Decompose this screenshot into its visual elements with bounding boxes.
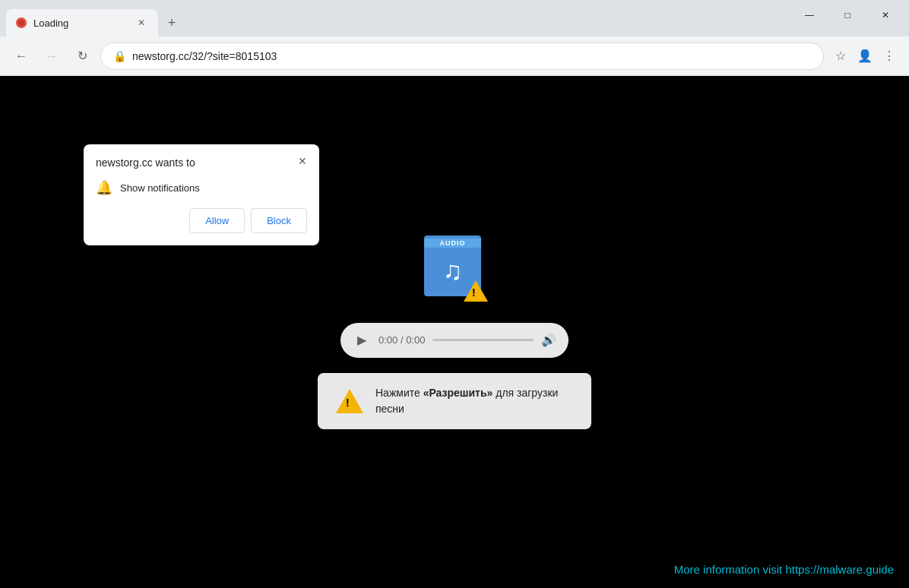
tab-close-button[interactable]: ✕ <box>134 15 149 30</box>
progress-bar[interactable] <box>432 339 534 341</box>
profile-button[interactable]: 👤 <box>854 46 876 67</box>
warning-triangle-icon <box>464 280 488 302</box>
browser-frame: Loading ✕ + — □ ✕ ← → ↻ 🔒 newstorg.cc/32… <box>0 0 909 588</box>
bell-icon: 🔔 <box>96 179 112 196</box>
info-text: Нажмите «Разрешить» для загрузки песни <box>375 385 573 417</box>
address-bar[interactable]: 🔒 newstorg.cc/32/?site=8015103 <box>100 43 824 70</box>
bookmark-button[interactable]: ☆ <box>830 46 851 67</box>
popup-close-button[interactable]: ✕ <box>293 152 312 170</box>
permission-text: Show notifications <box>120 182 200 194</box>
popup-buttons: Allow Block <box>96 208 307 233</box>
footer-link: More information visit https://malware.g… <box>674 563 894 576</box>
warning-badge <box>464 279 488 303</box>
notification-popup: ✕ newstorg.cc wants to 🔔 Show notificati… <box>84 144 319 245</box>
menu-button[interactable]: ⋮ <box>879 46 900 67</box>
tab-title: Loading <box>33 17 128 29</box>
allow-button[interactable]: Allow <box>189 208 245 233</box>
info-box: Нажмите «Разрешить» для загрузки песни <box>318 373 591 429</box>
refresh-button[interactable]: ↻ <box>70 44 94 68</box>
title-bar: Loading ✕ + — □ ✕ <box>0 0 909 36</box>
info-text-bold: «Разрешить» <box>423 387 493 399</box>
popup-title: newstorg.cc wants to <box>96 156 307 169</box>
audio-icon-container: AUDIO ♫ <box>424 236 485 300</box>
navigation-bar: ← → ↻ 🔒 newstorg.cc/32/?site=8015103 ☆ 👤… <box>0 36 909 76</box>
info-triangle-icon <box>336 389 363 413</box>
close-button[interactable]: ✕ <box>868 3 903 27</box>
lock-icon: 🔒 <box>113 50 126 62</box>
back-button[interactable]: ← <box>9 44 33 68</box>
audio-file-label: AUDIO <box>424 239 481 248</box>
volume-button[interactable]: 🔊 <box>541 333 556 347</box>
url-display: newstorg.cc/32/?site=8015103 <box>132 50 811 62</box>
tab-favicon <box>15 17 27 29</box>
svg-point-1 <box>18 20 24 26</box>
audio-player: ▶ 0:00 / 0:00 🔊 <box>340 323 569 358</box>
block-button[interactable]: Block <box>251 208 307 233</box>
info-text-prefix: Нажмите <box>375 387 423 399</box>
popup-permission-row: 🔔 Show notifications <box>96 179 307 196</box>
music-notes-icon: ♫ <box>443 256 463 286</box>
minimize-button[interactable]: — <box>792 3 827 27</box>
address-right-controls: ☆ 👤 ⋮ <box>830 46 900 67</box>
maximize-button[interactable]: □ <box>830 3 865 27</box>
tab-bar: Loading ✕ + <box>6 0 792 36</box>
active-tab[interactable]: Loading ✕ <box>6 9 158 36</box>
new-tab-button[interactable]: + <box>161 12 182 33</box>
play-button[interactable]: ▶ <box>353 331 371 349</box>
time-display: 0:00 / 0:00 <box>378 334 425 346</box>
content-area: ✕ newstorg.cc wants to 🔔 Show notificati… <box>0 76 909 588</box>
forward-button[interactable]: → <box>40 44 64 68</box>
window-controls: — □ ✕ <box>792 3 903 27</box>
info-warning-icon <box>336 387 363 415</box>
